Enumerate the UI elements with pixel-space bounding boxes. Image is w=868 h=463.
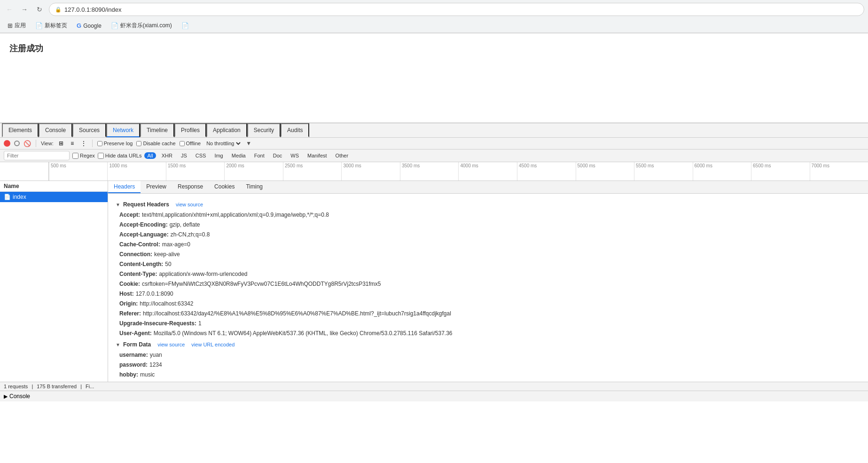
timeline-marks: 500 ms 1000 ms 1500 ms 2000 ms 2500 ms 3… [49, 162, 868, 180]
tab-timeline[interactable]: Timeline [140, 123, 174, 137]
hide-data-urls-checkbox[interactable] [98, 153, 104, 159]
bookmark-blank[interactable]: 📄 [178, 21, 193, 30]
devtools-tabs: Elements Console Sources Network Timelin… [0, 123, 868, 138]
view-filter-button[interactable]: ⋮ [80, 140, 87, 147]
tab-console[interactable]: Console [39, 123, 72, 137]
timeline-mark-5000: 5000 ms [576, 162, 634, 180]
tab-profiles[interactable]: Profiles [174, 123, 206, 137]
timeline-mark-7000: 7000 ms [810, 162, 868, 180]
tab-audits[interactable]: Audits [281, 123, 309, 137]
console-expand-icon[interactable]: ▶ [4, 393, 8, 400]
bookmarks-bar: ⊞ 应用 📄 新标签页 G Google 📄 虾米音乐(xiami.com) 📄 [0, 19, 868, 33]
reload-button[interactable]: ↻ [34, 4, 45, 15]
filter-other[interactable]: Other [333, 152, 352, 159]
nav-bar: ← → ↻ 🔒 127.0.0.1:8090/index [0, 0, 868, 19]
regex-checkbox[interactable] [72, 153, 78, 159]
header-accept-encoding-name: Accept-Encoding: [119, 220, 168, 229]
disable-cache-text: Disable cache [143, 141, 175, 146]
header-accept-encoding-value: gzip, deflate [170, 220, 200, 229]
file-item-icon: 📄 [4, 194, 11, 200]
view-source-link[interactable]: view source [176, 202, 203, 207]
detail-tab-response[interactable]: Response [172, 181, 209, 193]
offline-label[interactable]: Offline [180, 141, 201, 146]
tab-sources[interactable]: Sources [72, 123, 106, 137]
regex-label[interactable]: Regex [72, 153, 95, 159]
timeline-mark-2000: 2000 ms [224, 162, 283, 180]
finish-status: Fi... [86, 384, 94, 389]
throttling-arrow[interactable]: ▼ [246, 140, 251, 147]
header-content-type-value: application/x-www-form-urlencoded [159, 270, 247, 278]
form-data-arrow[interactable]: ▼ [116, 342, 120, 347]
disable-cache-checkbox[interactable] [136, 141, 141, 146]
form-username-value: yuan [150, 351, 162, 359]
view-list-button[interactable]: ≡ [69, 140, 76, 147]
preserve-log-label[interactable]: Preserve log [97, 141, 133, 146]
offline-text: Offline [186, 141, 201, 146]
header-host: Host: 127.0.0.1:8090 [119, 290, 860, 298]
forward-button[interactable]: → [19, 4, 30, 15]
form-password-value: 1234 [149, 361, 162, 369]
filter-manifest[interactable]: Manifest [305, 152, 330, 159]
filter-input[interactable] [4, 151, 70, 160]
filter-media[interactable]: Media [229, 152, 249, 159]
form-data-section: ▼ Form Data view source view URL encoded [116, 341, 860, 348]
form-hobby-value: music [140, 370, 155, 379]
header-accept-language: Accept-Language: zh-CN,zh;q=0.8 [119, 230, 860, 239]
form-data-view-url-encoded[interactable]: view URL encoded [191, 342, 235, 347]
tab-network[interactable]: Network [106, 123, 140, 137]
request-headers-arrow[interactable]: ▼ [116, 202, 120, 207]
file-list-header: Name [0, 181, 108, 192]
address-bar[interactable]: 🔒 127.0.0.1:8090/index [49, 3, 864, 16]
filter-doc[interactable]: Doc [270, 152, 285, 159]
detail-tab-cookies[interactable]: Cookies [209, 181, 240, 193]
bookmark-xiami[interactable]: 📄 虾米音乐(xiami.com) [107, 21, 176, 31]
header-user-agent-name: User-Agent: [119, 329, 152, 337]
bookmark-google[interactable]: G Google [73, 21, 105, 30]
disable-cache-label[interactable]: Disable cache [136, 141, 175, 146]
detail-tabs: Headers Preview Response Cookies Timing [108, 181, 868, 194]
view-grid-button[interactable]: ⊞ [57, 140, 65, 147]
filter-js[interactable]: JS [178, 152, 190, 159]
header-host-value: 127.0.0.1:8090 [136, 290, 173, 298]
header-origin-name: Origin: [119, 299, 138, 308]
tab-application[interactable]: Application [206, 123, 247, 137]
form-data-view-source[interactable]: view source [157, 342, 185, 347]
bookmark-google-label: Google [83, 23, 102, 29]
detail-tab-preview[interactable]: Preview [141, 181, 172, 193]
stop-button[interactable] [14, 141, 20, 146]
filter-img[interactable]: Img [211, 152, 226, 159]
header-cookie: Cookie: csrftoken=FMywNiWtCzt3QXBN0R8wFy… [119, 280, 860, 288]
offline-checkbox[interactable] [180, 141, 185, 146]
page-title: 注册成功 [9, 43, 43, 54]
record-button[interactable] [4, 140, 10, 147]
file-item-index[interactable]: 📄 index [0, 192, 108, 202]
header-content-length-value: 50 [165, 260, 171, 268]
bookmark-apps[interactable]: ⊞ 应用 [4, 21, 30, 31]
filter-all[interactable]: All [144, 152, 156, 159]
hide-data-urls-label[interactable]: Hide data URLs [98, 153, 142, 159]
tab-security[interactable]: Security [247, 123, 281, 137]
tab-elements[interactable]: Elements [2, 123, 39, 137]
header-accept: Accept: text/html,application/xhtml+xml,… [119, 211, 860, 219]
detail-tab-timing[interactable]: Timing [240, 181, 268, 193]
preserve-log-checkbox[interactable] [97, 141, 102, 146]
timeline-mark-500: 500 ms [49, 162, 108, 180]
newtab-icon: 📄 [35, 22, 43, 29]
header-content-length: Content-Length: 50 [119, 260, 860, 268]
header-connection: Connection: keep-alive [119, 250, 860, 259]
console-label[interactable]: Console [9, 393, 30, 400]
detail-tab-headers[interactable]: Headers [108, 181, 141, 193]
apps-icon: ⊞ [8, 22, 13, 29]
filter-ws[interactable]: WS [288, 152, 302, 159]
timeline-mark-6000: 6000 ms [693, 162, 751, 180]
filter-font[interactable]: Font [251, 152, 267, 159]
filter-xhr[interactable]: XHR [159, 152, 175, 159]
clear-button[interactable]: 🚫 [23, 140, 31, 147]
bookmark-newtab[interactable]: 📄 新标签页 [31, 21, 71, 31]
timeline-mark-1500: 1500 ms [166, 162, 225, 180]
back-button[interactable]: ← [4, 4, 15, 15]
filter-css[interactable]: CSS [193, 152, 209, 159]
name-column-header: Name [4, 183, 19, 189]
throttling-select[interactable]: No throttling [204, 140, 242, 147]
header-accept-encoding: Accept-Encoding: gzip, deflate [119, 220, 860, 229]
